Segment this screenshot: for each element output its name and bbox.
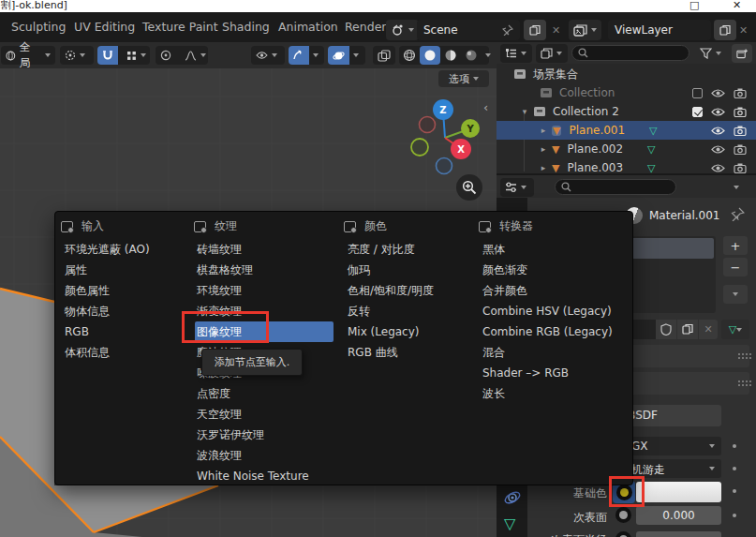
animate-dot[interactable] [733,489,736,493]
outliner-search-input[interactable] [571,45,689,61]
shading-rendered-button[interactable] [461,46,482,65]
menu-item-brick-texture[interactable]: 砖墙纹理 [195,239,334,260]
snap-target-dropdown[interactable] [122,46,151,65]
exclude-checkbox[interactable] [692,88,703,98]
axis-neg-x[interactable] [420,117,436,133]
menu-item-checker-texture[interactable]: 棋盘格纹理 [195,260,334,280]
menu-item-hue-saturation[interactable]: 色相/饱和度/明度 [346,280,479,301]
shading-material-button[interactable] [440,46,461,65]
menu-item-wavelength[interactable]: 波长 [481,383,629,404]
outliner-filter-dropdown[interactable] [695,44,729,63]
copy-material-button[interactable] [677,320,698,339]
properties-editor-type-dropdown[interactable] [500,178,534,197]
menu-item-white-noise-texture[interactable]: White Noise Texture [195,466,334,486]
menu-item-invert[interactable]: 反转 [346,301,479,321]
subsurface-value-field[interactable]: 0.000 [636,506,721,525]
expand-closed-icon[interactable]: ▸ [539,163,548,172]
gizmos-toggle[interactable] [289,46,309,65]
menu-item-ambient-occlusion[interactable]: 环境光遮蔽 (AO) [63,239,186,260]
show-gizmo-dropdown[interactable] [251,46,285,65]
shading-wireframe-button[interactable] [399,46,420,65]
expand-open-icon[interactable]: ▾ [520,107,529,116]
outliner-row-plane-002[interactable]: ▸ ▼ Plane.002 ▽ [497,140,756,158]
menu-item-bright-contrast[interactable]: 亮度 / 对比度 [346,239,479,260]
eye-icon[interactable] [711,126,725,136]
menu-item-object-info[interactable]: 物体信息 [63,301,186,321]
subsurface-radius-socket[interactable] [615,531,631,537]
subsurface-socket[interactable] [615,507,631,523]
outliner-filter-display-dropdown[interactable] [536,44,568,63]
camera-icon[interactable] [734,88,747,98]
axis-neg-y[interactable] [411,139,428,156]
menu-item-point-density[interactable]: 点密度 [195,383,334,404]
exclude-checkbox[interactable] [692,107,703,117]
eye-icon[interactable] [711,107,725,117]
outliner-row-plane-001[interactable]: ▸ ▼ Plane.001 ▽ [497,121,756,140]
shading-solid-button[interactable] [420,46,440,65]
close-button[interactable]: ✕ [733,0,741,11]
xray-toggle[interactable] [373,46,395,65]
tab-uv-editing[interactable]: UV Editing [74,12,135,42]
new-collection-button[interactable] [732,44,752,63]
menu-item-attribute[interactable]: 属性 [63,260,186,280]
menu-item-color-ramp[interactable]: 颜色渐变 [481,260,629,280]
pivot-point-dropdown[interactable] [60,46,94,65]
viewlayer-name-field[interactable]: ViewLayer [608,20,711,40]
scene-unlink-icon[interactable]: ✕ [552,24,560,37]
scene-browse-button[interactable] [386,20,419,40]
camera-icon[interactable] [734,126,747,136]
base-color-swatch[interactable] [636,482,721,502]
subsurface-radius-field[interactable] [636,531,721,537]
proportional-edit-toggle[interactable] [156,46,176,65]
menu-item-combine-color[interactable]: 合并颜色 [481,280,629,301]
viewlayer-copy-button[interactable] [714,20,736,40]
menu-item-gamma[interactable]: 伽玛 [346,260,479,280]
axis-neg-z[interactable] [437,158,452,174]
object-data-tab-icon[interactable]: ▽ [504,516,515,531]
zoom-tool-button[interactable] [456,174,482,201]
properties-options-chevron[interactable] [734,186,739,189]
menu-item-color-attribute[interactable]: 颜色属性 [63,280,186,301]
menu-item-sky-texture[interactable]: 天空纹理 [195,404,334,425]
slot-specials-dropdown[interactable] [723,285,748,304]
menu-item-voronoi-texture[interactable]: 沃罗诺伊纹理 [195,425,334,445]
link-material-dropdown[interactable]: ▽ [721,320,749,339]
expand-closed-icon[interactable]: ▸ [539,144,548,154]
menu-item-wave-texture[interactable]: 波浪纹理 [195,445,334,466]
proportional-falloff-dropdown[interactable] [180,46,211,65]
remove-slot-button[interactable]: − [723,258,748,276]
tab-render[interactable]: Renderi [345,12,390,42]
menu-item-mix[interactable]: 混合 [481,342,629,363]
scene-name-field[interactable]: Scene [417,20,520,40]
animate-dot[interactable] [733,467,736,470]
outliner-row-collection2[interactable]: ▾ Collection 2 [497,102,756,121]
menu-item-rgb[interactable]: RGB [63,321,186,342]
menu-item-shader-to-rgb[interactable]: Shader –> RGB [481,363,629,383]
tab-shading[interactable]: Shading [222,12,270,42]
eye-icon[interactable] [711,144,725,155]
tab-texture-paint[interactable]: Texture Paint [142,12,218,42]
transform-orientation-dropdown[interactable]: 全局 [1,46,55,65]
camera-icon[interactable] [734,144,747,155]
properties-search-input[interactable] [555,179,676,195]
snap-toggle[interactable] [97,46,118,65]
viewport-options-dropdown[interactable]: 选项 [438,70,489,87]
fake-user-button[interactable] [656,320,676,339]
pin-icon[interactable] [731,207,745,221]
menu-item-volume-info[interactable]: 体积信息 [63,342,186,363]
eye-icon[interactable] [711,88,725,98]
expand-closed-icon[interactable]: ▸ [539,126,548,135]
camera-icon[interactable] [734,163,747,173]
pin-icon[interactable] [502,24,513,36]
menu-item-environment-texture[interactable]: 环境纹理 [195,280,334,301]
navigation-gizmo[interactable]: Z Y X [410,94,497,180]
menu-item-mix-legacy[interactable]: Mix (Legacy) [346,321,479,342]
outliner-display-mode-dropdown[interactable] [500,44,532,63]
menu-item-combine-hsv-legacy[interactable]: Combine HSV (Legacy) [481,301,629,321]
tab-sculpting[interactable]: Sculpting [11,12,66,42]
menu-item-blackbody[interactable]: 黑体 [481,239,629,260]
viewlayer-remove-icon[interactable]: ✕ [739,24,748,37]
outliner-row-collection[interactable]: Collection [497,83,756,102]
animate-dot[interactable] [733,444,736,448]
tab-animation[interactable]: Animation [278,12,338,42]
